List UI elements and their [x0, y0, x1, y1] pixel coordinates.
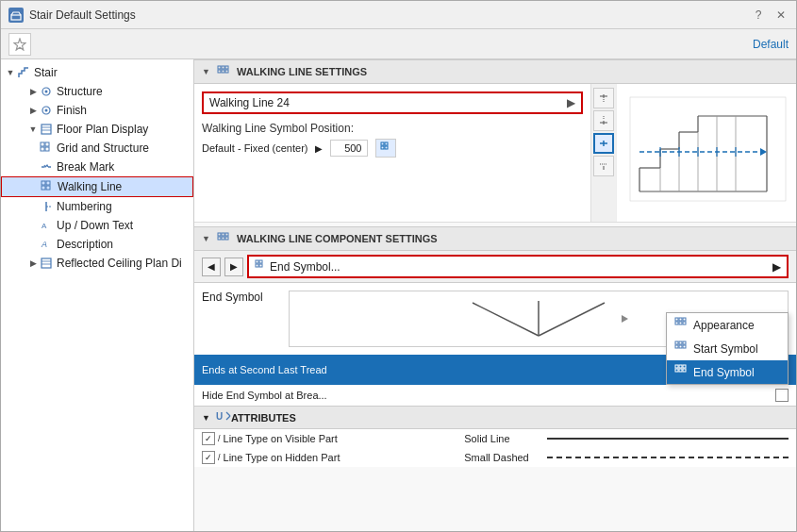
visible-part-value: Solid Line [464, 433, 540, 444]
hidden-part-value: Small Dashed [464, 452, 540, 463]
svg-rect-18 [46, 186, 50, 190]
tool-btn-1[interactable] [593, 88, 614, 108]
sidebar-item-updown-text[interactable]: A Up / Down Text [1, 216, 193, 235]
ctx-appearance[interactable]: Appearance [667, 313, 788, 337]
ctx-start-symbol[interactable]: Start Symbol [667, 337, 788, 360]
svg-rect-32 [381, 142, 384, 145]
component-selector-label: End Symbol... [270, 260, 340, 274]
svg-rect-15 [42, 181, 45, 185]
position-default-label: Default - Fixed (center) [202, 142, 307, 154]
hide-end-symbol-row[interactable]: Hide End Symbol at Brea... [194, 385, 796, 406]
svg-rect-10 [45, 142, 49, 146]
svg-line-85 [226, 416, 230, 420]
svg-line-84 [226, 412, 230, 416]
favorites-button[interactable] [8, 33, 31, 56]
sidebar-item-numbering[interactable]: Numbering [1, 197, 193, 216]
svg-rect-99 [679, 365, 682, 368]
expand-arrow: ▼ [5, 67, 16, 78]
cs-icon-inline [255, 259, 266, 274]
hidden-slash: / [218, 453, 221, 462]
svg-line-79 [473, 303, 539, 336]
sidebar-item-walking-line[interactable]: Walking Line [1, 176, 193, 197]
svg-marker-82 [622, 315, 628, 323]
svg-rect-23 [42, 258, 51, 268]
svg-rect-86 [675, 318, 678, 321]
svg-rect-87 [679, 318, 682, 321]
walking-line-selector[interactable]: Walking Line 24 ▶ [202, 91, 583, 114]
svg-point-3 [45, 91, 48, 93]
end-symbol-svg [444, 293, 633, 345]
sidebar-item-break-mark[interactable]: Break Mark [1, 158, 193, 176]
stair-preview-svg [621, 88, 790, 215]
title-bar-controls: ? ✕ [751, 8, 789, 23]
nav-next-button[interactable]: ▶ [224, 258, 243, 276]
floor-plan-label: Floor Plan Display [57, 123, 148, 136]
svg-rect-0 [11, 15, 21, 20]
context-menu: Appearance Start Symbol End Symbol [666, 312, 789, 385]
component-selector[interactable]: End Symbol... ▶ [247, 255, 789, 278]
hidden-checkbox[interactable]: ✓ [202, 451, 215, 464]
sidebar-item-floor-plan[interactable]: ▼ Floor Plan Display [1, 120, 193, 139]
title-bar-left: Stair Default Settings [8, 8, 136, 23]
component-settings-header: ▼ WALKING LINE COMPONENT SETTINGS [194, 226, 796, 251]
svg-rect-94 [683, 341, 686, 344]
ctx-end-icon [674, 364, 688, 380]
window-title: Stair Default Settings [29, 8, 136, 22]
visible-part-label: Line Type on Visible Part [224, 433, 465, 444]
svg-rect-33 [385, 142, 388, 145]
close-button[interactable]: ✕ [773, 8, 789, 23]
structure-icon [39, 84, 54, 99]
tool-btn-3[interactable] [593, 133, 614, 154]
attr-collapse[interactable]: ▼ [202, 413, 210, 423]
sidebar-item-description[interactable]: A Description [1, 235, 193, 254]
wls-title: WALKING LINE SETTINGS [237, 66, 367, 77]
svg-rect-88 [683, 318, 686, 321]
sidebar-item-structure[interactable]: ▶ Structure [1, 82, 193, 101]
hide-end-symbol-label: Hide End Symbol at Brea... [202, 390, 775, 401]
walking-line-value: Walking Line 24 [209, 96, 290, 109]
svg-rect-17 [42, 186, 45, 190]
cs-title: WALKING LINE COMPONENT SETTINGS [237, 233, 438, 244]
walking-line-label: Walking Line [58, 180, 122, 193]
position-num[interactable]: 500 [330, 140, 368, 157]
wls-collapse[interactable]: ▼ [202, 67, 210, 76]
visible-checkbox[interactable]: ✓ [202, 432, 215, 445]
svg-rect-102 [679, 369, 682, 372]
sidebar-item-grid-structure[interactable]: Grid and Structure [1, 139, 193, 158]
tool-btn-2[interactable] [593, 110, 614, 131]
walking-line-settings-header: ▼ WALKING LINE SETTINGS [194, 59, 796, 84]
grid-btn[interactable] [375, 139, 396, 158]
numbering-label: Numbering [57, 200, 112, 213]
svg-rect-96 [679, 345, 682, 348]
nav-prev-button[interactable]: ◀ [202, 258, 221, 276]
ctx-end-symbol[interactable]: End Symbol [667, 360, 788, 384]
sidebar-item-finish[interactable]: ▶ Finish [1, 101, 193, 120]
wls-icon [216, 64, 231, 79]
title-bar: Stair Default Settings ? ✕ [1, 1, 796, 29]
svg-rect-26 [218, 66, 221, 69]
svg-rect-70 [222, 233, 224, 236]
svg-rect-95 [675, 345, 678, 348]
floor-plan-icon [39, 122, 54, 137]
hide-end-symbol-checkbox[interactable] [775, 389, 789, 402]
svg-text:A: A [42, 222, 47, 230]
tool-btn-4[interactable] [593, 156, 614, 176]
app-icon [8, 8, 24, 23]
right-panel: ▼ WALKING LINE SETTINGS Walking Line 24 … [194, 59, 796, 531]
svg-rect-12 [45, 147, 49, 151]
pos-dropdown-arrow[interactable]: ▶ [315, 143, 323, 154]
attributes-header: ▼ U ATTRIBUTES [194, 406, 796, 429]
toolbar-left [8, 33, 31, 56]
sidebar-item-reflected[interactable]: ▶ Reflected Ceiling Plan Di [1, 254, 193, 273]
help-button[interactable]: ? [751, 8, 766, 23]
solid-line-preview [547, 438, 789, 440]
attr-title: ATTRIBUTES [231, 412, 296, 424]
finish-label: Finish [57, 104, 87, 117]
default-button[interactable]: Default [753, 38, 789, 51]
walking-line-icon [40, 179, 55, 194]
visible-part-row: ✓ / Line Type on Visible Part Solid Line [194, 429, 796, 448]
svg-rect-29 [218, 70, 221, 73]
cs-collapse[interactable]: ▼ [202, 234, 210, 243]
ctx-start-icon [674, 341, 688, 357]
sidebar-item-stair[interactable]: ▼ Stair [1, 63, 193, 82]
